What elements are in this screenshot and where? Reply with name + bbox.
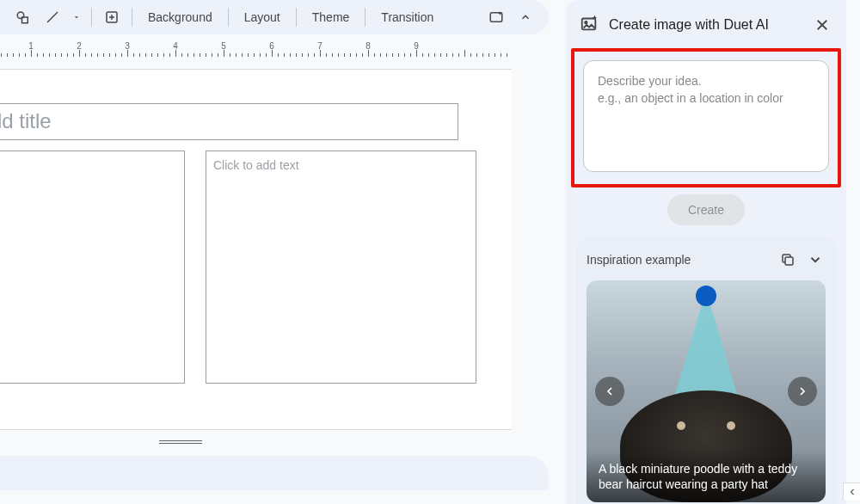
svg-line-2 <box>47 12 58 22</box>
inspiration-title: Inspiration example <box>587 253 771 267</box>
toolbar: Background Layout Theme Transition <box>0 0 549 34</box>
inspiration-image: A black miniature poodle with a teddy be… <box>587 280 826 502</box>
ruler-number: 8 <box>366 41 371 51</box>
panel-title: Create image with Duet AI <box>609 17 802 33</box>
ruler-number: 2 <box>77 41 82 51</box>
inspiration-card: Inspiration example A black miniature po… <box>576 237 836 504</box>
copy-icon[interactable] <box>777 249 798 270</box>
ruler-number: 9 <box>414 41 419 51</box>
collapse-toolbar-icon[interactable] <box>513 4 538 30</box>
separator <box>132 8 132 27</box>
duet-ai-panel: Create image with Duet AI Create Inspira… <box>566 0 846 504</box>
close-icon[interactable] <box>812 15 832 35</box>
background-button[interactable]: Background <box>139 7 221 28</box>
ruler-number: 6 <box>269 41 274 51</box>
svg-point-8 <box>585 22 587 24</box>
svg-rect-11 <box>785 257 793 265</box>
layout-button[interactable]: Layout <box>236 7 289 28</box>
ruler-number: 3 <box>125 41 130 51</box>
theme-button[interactable]: Theme <box>304 7 359 28</box>
prompt-highlight <box>571 48 841 187</box>
image-sparkle-icon <box>580 14 599 36</box>
separator <box>296 8 297 27</box>
ruler-number: 4 <box>173 41 178 51</box>
line-dropdown-icon[interactable] <box>69 4 84 30</box>
separator <box>365 8 366 27</box>
next-example-icon[interactable] <box>788 377 817 406</box>
slide-canvas: dd title Click to add text <box>0 69 549 464</box>
speaker-notes-handle[interactable] <box>159 440 202 444</box>
prompt-input[interactable] <box>583 60 829 172</box>
hide-side-panel-icon[interactable] <box>843 482 860 500</box>
bottom-bar <box>0 456 549 490</box>
transition-button[interactable]: Transition <box>372 7 442 28</box>
chevron-down-icon[interactable] <box>805 249 826 270</box>
prev-example-icon[interactable] <box>595 377 624 406</box>
content-placeholder-left[interactable] <box>0 151 185 384</box>
line-tool-icon[interactable] <box>40 4 65 30</box>
slide[interactable]: dd title Click to add text <box>0 69 512 430</box>
shape-tool-icon[interactable] <box>10 4 36 30</box>
separator <box>91 8 92 27</box>
ruler-number: 1 <box>28 41 34 51</box>
comment-icon[interactable] <box>99 4 125 30</box>
title-placeholder[interactable]: dd title <box>0 103 458 140</box>
ruler: 123456789 <box>0 41 549 57</box>
ruler-number: 7 <box>317 41 322 51</box>
content-placeholder-right[interactable]: Click to add text <box>206 151 476 384</box>
create-button[interactable]: Create <box>667 194 745 225</box>
ruler-number: 5 <box>221 41 226 51</box>
separator <box>228 8 229 27</box>
image-sparkle-icon[interactable] <box>483 4 509 30</box>
inspiration-caption: A black miniature poodle with a teddy be… <box>587 451 826 502</box>
panel-header: Create image with Duet AI <box>576 12 836 48</box>
